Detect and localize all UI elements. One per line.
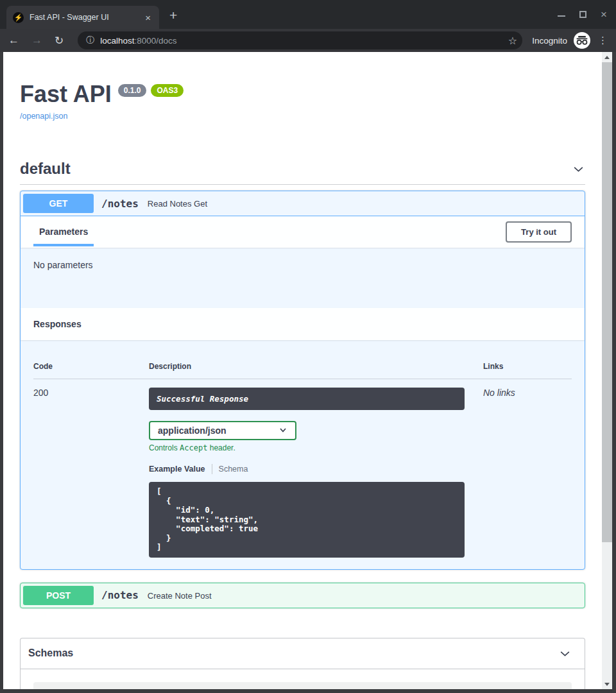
window-controls: ×	[558, 9, 607, 19]
example-schema-tabs: Example Value Schema	[149, 464, 465, 474]
post-method-button[interactable]: POST	[23, 586, 94, 605]
scroll-up-icon[interactable]	[602, 52, 612, 62]
model-note[interactable]: Note ›	[33, 682, 572, 690]
tab-close-icon[interactable]: ×	[143, 12, 153, 23]
tab-example-value[interactable]: Example Value	[149, 465, 205, 474]
page-viewport: Fast API 0.1.0 OAS3 /openapi.json defaul…	[3, 52, 602, 689]
table-row: 200 Successful Response application/json…	[33, 379, 572, 558]
get-notes-summary[interactable]: GET /notes Read Notes Get	[21, 191, 585, 216]
window-close-button[interactable]: ×	[601, 10, 607, 19]
response-code: 200	[33, 388, 149, 558]
parameters-header: Parameters Try it out	[21, 216, 585, 248]
post-summary-text: Create Note Post	[148, 590, 212, 601]
col-header-code: Code	[33, 362, 149, 371]
default-section-header[interactable]: default	[20, 160, 585, 185]
scroll-down-icon[interactable]	[602, 679, 612, 689]
schemas-header[interactable]: Schemas	[21, 638, 585, 669]
media-type-select[interactable]: application/json	[149, 421, 296, 440]
parameters-title: Parameters	[39, 227, 88, 237]
schemas-title: Schemas	[28, 647, 73, 659]
new-tab-button[interactable]: +	[169, 8, 177, 22]
responses-title: Responses	[33, 319, 81, 329]
responses-table-header: Code Description Links	[33, 355, 572, 379]
api-title: Fast API	[20, 81, 112, 107]
opblock-get-notes: GET /notes Read Notes Get Parameters Try…	[20, 191, 585, 570]
select-chevron-icon	[278, 425, 287, 436]
schemas-chevron-down-icon[interactable]	[558, 647, 572, 660]
bookmark-star-icon[interactable]: ☆	[508, 35, 517, 47]
post-path: /notes	[101, 589, 139, 601]
url-path: :8000/docs	[135, 36, 177, 46]
no-parameters-text: No parameters	[33, 260, 93, 270]
tab-strip: ⚡ Fast API - Swagger UI × + ×	[0, 0, 616, 29]
try-it-out-button[interactable]: Try it out	[506, 221, 572, 243]
reload-icon[interactable]: ↻	[55, 34, 64, 47]
back-icon[interactable]: ←	[8, 34, 19, 47]
get-path: /notes	[101, 198, 139, 210]
address-bar[interactable]: ⓘ localhost:8000/docs ☆	[78, 31, 522, 49]
url-text: localhost:8000/docs	[100, 36, 176, 46]
openapi-spec-link[interactable]: /openapi.json	[20, 112, 67, 121]
minimize-button[interactable]	[558, 15, 565, 17]
incognito-label: Incognito	[532, 36, 567, 46]
fastapi-favicon-icon: ⚡	[13, 12, 24, 23]
scrollbar-thumb[interactable]	[602, 62, 612, 542]
response-description: Successful Response	[149, 388, 465, 410]
post-notes-summary[interactable]: POST /notes Create Note Post	[21, 583, 585, 608]
incognito-icon	[574, 32, 590, 49]
response-links: No links	[483, 388, 572, 558]
forward-icon[interactable]: →	[31, 34, 42, 47]
responses-header: Responses	[21, 308, 585, 340]
get-summary-text: Read Notes Get	[148, 198, 207, 209]
browser-toolbar: ← → ↻ ⓘ localhost:8000/docs ☆ Incognito …	[0, 29, 616, 52]
example-json-code: [ { "id": 0, "text": "string", "complete…	[149, 482, 465, 558]
get-method-button[interactable]: GET	[23, 194, 94, 213]
tab-separator	[212, 464, 212, 474]
chevron-down-icon[interactable]	[572, 162, 585, 176]
version-badge: 0.1.0	[118, 84, 147, 97]
browser-menu-icon[interactable]: ⋮	[598, 35, 608, 46]
browser-tab[interactable]: ⚡ Fast API - Swagger UI ×	[6, 6, 159, 29]
opblock-post-notes: POST /notes Create Note Post	[20, 583, 585, 608]
page-info-icon[interactable]: ⓘ	[86, 35, 94, 46]
media-type-value: application/json	[158, 425, 227, 436]
tab-schema[interactable]: Schema	[219, 465, 248, 474]
tab-title: Fast API - Swagger UI	[30, 13, 137, 22]
default-section-title: default	[20, 160, 71, 178]
tab-parameters[interactable]: Parameters	[33, 216, 94, 248]
maximize-button[interactable]	[579, 11, 586, 18]
col-header-description: Description	[149, 362, 465, 371]
scrollbar[interactable]	[602, 52, 612, 689]
oas3-badge: OAS3	[151, 84, 184, 97]
col-header-links: Links	[483, 362, 572, 371]
url-host: localhost	[100, 36, 134, 46]
schemas-section: Schemas Note ›	[20, 638, 585, 690]
accept-hint: Controls Accept header.	[149, 443, 465, 452]
